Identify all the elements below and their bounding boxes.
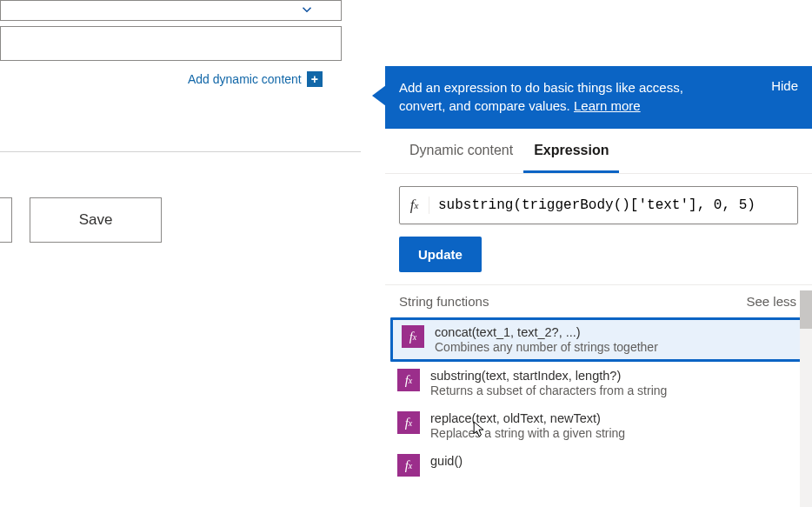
function-signature: substring(text, startIndex, length?) xyxy=(430,369,667,383)
hide-link[interactable]: Hide xyxy=(771,78,798,93)
function-text: replace(text, oldText, newText) Replaces… xyxy=(430,411,625,440)
fx-badge-icon: fx xyxy=(402,325,424,348)
update-button[interactable]: Update xyxy=(399,237,482,272)
plus-icon: + xyxy=(307,71,323,87)
function-item-replace[interactable]: fx replace(text, oldText, newText) Repla… xyxy=(385,404,812,447)
function-signature: replace(text, oldText, newText) xyxy=(430,411,625,425)
add-dynamic-content-label: Add dynamic content xyxy=(188,72,302,86)
expression-panel: Add an expression to do basic things lik… xyxy=(385,66,812,477)
section-header: String functions See less xyxy=(385,285,812,317)
function-signature: concat(text_1, text_2?, ...) xyxy=(435,325,658,339)
save-button-label: Save xyxy=(79,211,113,229)
function-description: Returns a subset of characters from a st… xyxy=(430,384,667,397)
function-signature: guid() xyxy=(430,454,463,468)
function-description: Combines any number of strings together xyxy=(435,340,658,354)
scrollbar[interactable] xyxy=(800,290,812,507)
panel-banner: Add an expression to do basic things lik… xyxy=(385,66,812,129)
fx-badge-icon: fx xyxy=(397,411,420,434)
expression-input[interactable] xyxy=(429,197,797,213)
text-field[interactable] xyxy=(0,26,342,61)
fx-badge-icon: fx xyxy=(397,454,420,477)
banner-message: Add an expression to do basic things lik… xyxy=(399,80,683,113)
function-text: guid() xyxy=(430,454,463,468)
fx-badge-icon: fx xyxy=(397,369,420,391)
add-dynamic-content-link[interactable]: Add dynamic content + xyxy=(188,71,323,87)
chevron-down-icon[interactable] xyxy=(299,2,315,22)
function-item-concat[interactable]: fx concat(text_1, text_2?, ...) Combines… xyxy=(390,317,807,362)
see-less-link[interactable]: See less xyxy=(746,294,796,309)
tabs: Dynamic content Expression xyxy=(385,129,812,174)
function-item-guid[interactable]: fx guid() xyxy=(385,447,812,477)
function-text: substring(text, startIndex, length?) Ret… xyxy=(430,369,667,397)
banner-text: Add an expression to do basic things lik… xyxy=(399,78,729,115)
callout-beak-icon xyxy=(372,85,386,106)
expression-input-row: fx xyxy=(385,174,812,224)
function-description: Replaces a string with a given string xyxy=(430,426,625,440)
scrollbar-thumb[interactable] xyxy=(800,290,812,329)
divider xyxy=(0,151,361,152)
section-title: String functions xyxy=(399,294,489,309)
left-pane: Add dynamic content + Save xyxy=(0,0,361,507)
function-item-substring[interactable]: fx substring(text, startIndex, length?) … xyxy=(385,362,812,404)
function-list: String functions See less fx concat(text… xyxy=(385,284,812,477)
learn-more-link[interactable]: Learn more xyxy=(574,98,641,113)
dropdown-field[interactable] xyxy=(0,0,342,21)
save-button[interactable]: Save xyxy=(30,197,162,243)
tab-dynamic-content[interactable]: Dynamic content xyxy=(399,129,523,173)
update-button-label: Update xyxy=(418,247,463,262)
fx-icon: fx xyxy=(400,197,429,214)
expression-input-box: fx xyxy=(399,186,798,224)
function-text: concat(text_1, text_2?, ...) Combines an… xyxy=(435,325,658,354)
tab-expression[interactable]: Expression xyxy=(523,129,619,173)
partial-button-edge xyxy=(0,197,12,243)
